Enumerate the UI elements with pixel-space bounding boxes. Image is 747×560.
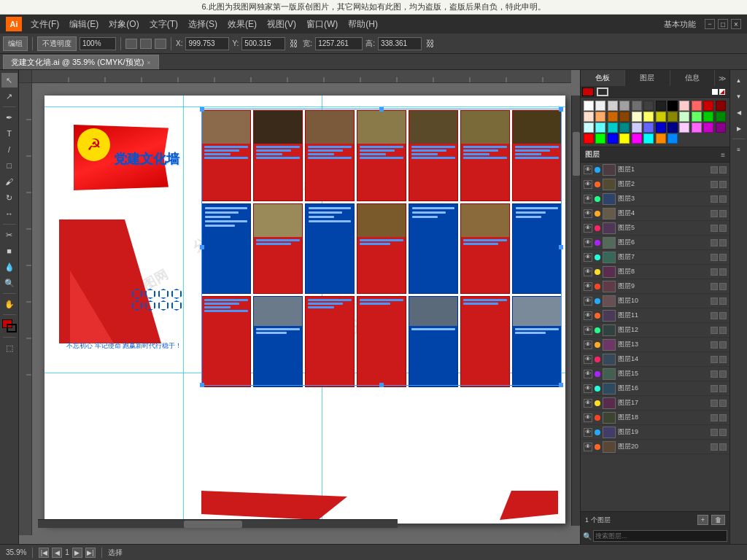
stroke-color-box[interactable] [597,88,608,96]
color-swatch[interactable] [667,101,678,111]
document-tab-close[interactable]: × [147,59,150,66]
color-swatch[interactable] [595,112,605,122]
layer-visibility[interactable]: 👁 [584,297,592,306]
layer-row[interactable]: 👁 图层20 [581,440,729,454]
color-swatch[interactable] [632,101,642,111]
pen-tool[interactable]: ✒ [1,110,18,125]
layer-row[interactable]: 👁 图层4 [581,206,729,221]
layer-visibility[interactable]: 👁 [584,399,592,408]
layer-row[interactable]: 👁 图层8 [581,265,729,279]
color-swatch[interactable] [667,122,678,133]
color-swatch[interactable] [619,101,630,111]
gradient-tool[interactable]: ■ [1,244,18,258]
layer-row[interactable]: 👁 图层15 [581,367,729,381]
height-input[interactable] [378,37,422,50]
fill-color-box[interactable] [582,88,594,96]
group-button[interactable]: 编组 [3,36,28,51]
rect-tool[interactable]: □ [1,158,18,173]
layer-visibility[interactable]: 👁 [584,413,592,422]
layer-row[interactable]: 👁 图层13 [581,338,729,352]
new-layer-btn[interactable]: + [697,515,708,525]
layer-visibility[interactable]: 👁 [584,370,592,378]
next-page-btn[interactable]: ▶ [72,548,82,558]
vertical-scrollbar[interactable] [571,96,580,526]
menu-window[interactable]: 窗口(W) [302,17,342,32]
color-swatch[interactable] [632,133,642,144]
color-swatch[interactable] [584,101,594,111]
scale-tool[interactable]: ↔ [1,206,18,221]
layer-visibility[interactable]: 👁 [584,428,592,437]
zoom-tool[interactable]: 🔍 [1,276,18,290]
width-input[interactable] [315,37,363,50]
color-swatch[interactable] [584,133,594,144]
layer-visibility[interactable]: 👁 [584,268,592,276]
eyedropper-tool[interactable]: 💧 [1,260,18,274]
layers-menu-btn[interactable]: ≡ [721,151,725,159]
rotate-tool[interactable]: ↻ [1,190,18,205]
color-swatch[interactable] [679,101,689,111]
right-tool-5[interactable]: ≡ [731,142,747,157]
layer-visibility[interactable]: 👁 [584,355,592,364]
color-swatch[interactable] [608,112,618,122]
delete-layer-btn[interactable]: 🗑 [711,515,725,525]
opacity-button[interactable]: 不透明度 [37,36,77,51]
color-swatch[interactable] [608,122,618,133]
right-tool-1[interactable]: ▲ [731,73,747,88]
layer-row[interactable]: 👁 图层11 [581,308,729,323]
layer-visibility[interactable]: 👁 [584,443,592,451]
layer-row[interactable]: 👁 图层12 [581,323,729,338]
layer-row[interactable]: 👁 图层5 [581,221,729,236]
color-swatch[interactable] [703,122,713,133]
layer-visibility[interactable]: 👁 [584,195,592,203]
hand-tool[interactable]: ✋ [1,297,18,311]
menu-select[interactable]: 选择(S) [184,17,222,32]
color-swatch[interactable] [619,112,630,122]
menu-effects[interactable]: 效果(E) [223,17,261,32]
right-tool-4[interactable]: ▶ [731,121,747,136]
color-swatch[interactable] [584,122,594,133]
tab-layers[interactable]: 图层 [625,70,670,86]
color-swatch[interactable] [643,133,654,144]
menu-edit[interactable]: 编辑(E) [65,17,103,32]
last-page-btn[interactable]: ▶| [85,548,96,558]
canvas-area[interactable]: 分分图网 分分图网 分分图网 分分图网 分分图网 ☭ 党建文化墙 [19,70,580,544]
right-tool-2[interactable]: ▼ [731,89,747,104]
first-page-btn[interactable]: |◀ [39,548,49,558]
layer-visibility[interactable]: 👁 [584,341,592,349]
layer-visibility[interactable]: 👁 [584,180,592,189]
layer-visibility[interactable]: 👁 [584,384,592,393]
layer-visibility[interactable]: 👁 [584,326,592,335]
fill-stroke-colors[interactable] [2,319,17,332]
color-swatch[interactable] [692,122,702,133]
layer-visibility[interactable]: 👁 [584,253,592,262]
color-swatch[interactable] [656,133,666,144]
menu-object[interactable]: 对象(O) [104,17,143,32]
layer-row[interactable]: 👁 图层17 [581,396,729,411]
color-swatch[interactable] [656,122,666,133]
menu-file[interactable]: 文件(F) [26,17,63,32]
layer-row[interactable]: 👁 图层1 [581,163,729,177]
type-tool[interactable]: T [1,126,18,141]
select-tool[interactable]: ↖ [1,73,18,88]
y-value-input[interactable] [241,37,285,50]
layers-search-input[interactable] [593,530,727,542]
layer-visibility[interactable]: 👁 [584,311,592,320]
x-value-input[interactable] [185,37,229,50]
color-swatch[interactable] [643,112,654,122]
color-swatch[interactable] [716,112,726,122]
artboard-tool[interactable]: ⬚ [1,341,18,355]
layer-row[interactable]: 👁 图层2 [581,177,729,192]
menu-text[interactable]: 文字(T) [145,17,182,32]
layer-row[interactable]: 👁 图层14 [581,352,729,367]
panels-expand-btn[interactable]: ≫ [715,70,729,86]
layer-visibility[interactable]: 👁 [584,209,592,218]
color-swatch[interactable] [703,101,713,111]
close-button[interactable]: × [731,19,741,29]
minimize-button[interactable]: － [705,19,715,29]
line-tool[interactable]: / [1,142,18,157]
none-swatch[interactable] [719,89,725,95]
color-swatch[interactable] [692,101,702,111]
color-swatch[interactable] [619,122,630,133]
color-swatch[interactable] [619,133,630,144]
color-swatch[interactable] [656,112,666,122]
